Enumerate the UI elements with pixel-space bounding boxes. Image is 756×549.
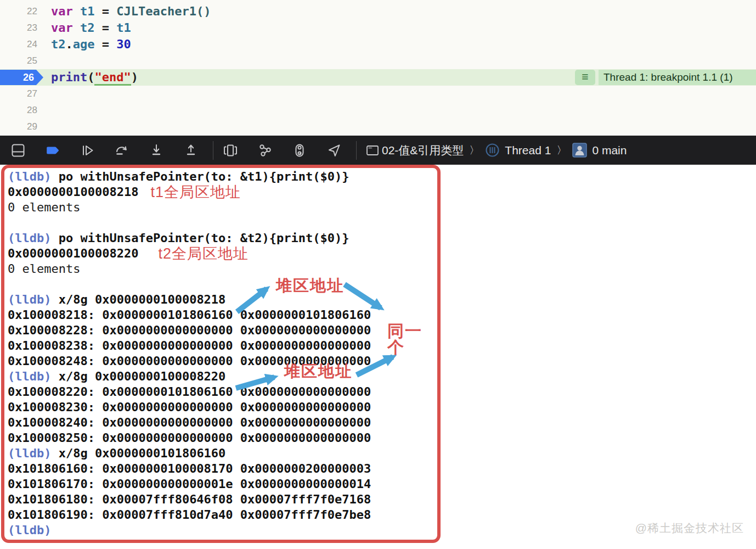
console-line: (lldb) x/8g 0x0000000100008218 [8, 292, 437, 307]
line-number[interactable]: 24 [0, 36, 37, 53]
annotation-heap-address-2: 堆区地址 [284, 363, 352, 379]
simulate-location-icon[interactable] [326, 142, 342, 159]
console-line: 0x100008250: 0x0000000000000000 0x000000… [8, 430, 437, 446]
console-line: (lldb) po withUnsafePointer(to: &t2){pri… [8, 231, 437, 246]
line-number[interactable]: 27 [0, 86, 37, 102]
environment-overrides-icon[interactable] [291, 142, 308, 159]
console-line: 0x100008220: 0x0000000101806160 0x000000… [8, 384, 437, 400]
breakpoint-actions-menu[interactable]: ≡ [575, 70, 595, 85]
xcode-debug-view: 22var t1 = CJLTeacher1()23var t2 = t124t… [0, 0, 756, 549]
code-text: print("end") [51, 70, 138, 84]
editor-line: 22var t1 = CJLTeacher1() [0, 3, 756, 20]
app-window-icon[interactable] [365, 142, 380, 159]
code-text: t2.age = 30 [51, 37, 131, 51]
hide-debug-area-icon[interactable] [10, 142, 26, 159]
annotation-heap-address-1: 堆区地址 [276, 278, 344, 294]
view-hierarchy-icon[interactable] [222, 142, 239, 159]
step-out-icon[interactable] [183, 142, 199, 159]
console-line: (lldb) [8, 523, 437, 538]
line-number[interactable]: 22 [0, 3, 37, 20]
console-line: 0x0000000100008218t1全局区地址 [8, 184, 437, 200]
editor-line: 27 [0, 86, 756, 102]
console-line: (lldb) x/8g 0x0000000100008220 [8, 369, 437, 384]
continue-icon[interactable] [79, 142, 95, 159]
console-line: 0x100008238: 0x0000000000000000 0x000000… [8, 338, 437, 354]
console-line: 0x101806190: 0x00007fff810d7a40 0x00007f… [8, 507, 437, 523]
line-number[interactable]: 28 [0, 102, 37, 119]
debug-console-area: (lldb) po withUnsafePointer(to: &t1){pri… [0, 165, 756, 549]
console-output: (lldb) po withUnsafePointer(to: &t1){pri… [4, 169, 437, 538]
code-text: var t2 = t1 [51, 21, 131, 35]
debug-breadcrumb: 02-值&引用类型 〉 Thread 1 〉 0 main [382, 143, 627, 158]
debug-toolbar: 02-值&引用类型 〉 Thread 1 〉 0 main [0, 136, 756, 165]
step-into-icon[interactable] [148, 142, 165, 159]
chevron-right-icon: 〉 [469, 143, 479, 158]
editor-line: 24t2.age = 30 [0, 36, 756, 53]
console-line: (lldb) x/8g 0x0000000101806160 [8, 446, 437, 461]
editor-line: 23var t2 = t1 [0, 20, 756, 36]
breakpoints-toggle-icon[interactable] [44, 142, 61, 159]
editor-line: 25 [0, 53, 756, 69]
console-line: 0x100008230: 0x0000000000000000 0x000000… [8, 400, 437, 415]
breadcrumb-thread[interactable]: Thread 1 [505, 144, 551, 157]
editor-lines: 22var t1 = CJLTeacher1()23var t2 = t124t… [0, 3, 756, 135]
console-line: 0x100008228: 0x0000000000000000 0x000000… [8, 323, 437, 338]
toolbar-separator [356, 141, 357, 160]
memory-graph-icon[interactable] [257, 142, 273, 159]
console-line: 0x100008248: 0x0000000000000000 0x000000… [8, 354, 437, 369]
thread-icon [485, 143, 500, 158]
toolbar-separator [213, 141, 213, 160]
console-line [8, 215, 437, 231]
chevron-right-icon: 〉 [556, 143, 567, 158]
hamburger-icon: ≡ [582, 70, 588, 83]
console-line: 0x100008240: 0x0000000000000000 0x000000… [8, 415, 437, 430]
console-line: 0 elements [8, 261, 437, 277]
annotation-same-one: 同一个 [387, 323, 437, 356]
watermark: @稀土掘金技术社区 [635, 520, 744, 536]
console-line [8, 277, 437, 292]
step-over-icon[interactable] [114, 142, 130, 159]
console-line: 0x101806170: 0x000000000000001e 0x000000… [8, 477, 437, 492]
editor-line: 29 [0, 119, 756, 135]
console-line: 0 elements [8, 200, 437, 215]
code-text: var t1 = CJLTeacher1() [51, 4, 211, 18]
line-number[interactable]: 23 [0, 20, 37, 36]
stack-frame-person-icon [572, 143, 587, 158]
breakpoint-marker[interactable]: 26 [0, 70, 43, 85]
console-line: 0x0000000100008220t2全局区地址 [8, 246, 437, 261]
line-number[interactable]: 25 [0, 53, 37, 69]
console-line: 0x101806160: 0x0000000100008170 0x000000… [8, 461, 437, 477]
console-line: (lldb) po withUnsafePointer(to: &t1){pri… [8, 169, 437, 184]
lldb-console[interactable]: (lldb) po withUnsafePointer(to: &t1){pri… [1, 165, 441, 543]
breakpoint-status-badge[interactable]: Thread 1: breakpoint 1.1 (1) [599, 70, 756, 85]
editor-line: 28 [0, 102, 756, 119]
source-editor[interactable]: 22var t1 = CJLTeacher1()23var t2 = t124t… [0, 0, 756, 136]
breadcrumb-target[interactable]: 02-值&引用类型 [382, 143, 464, 158]
breadcrumb-frame[interactable]: 0 main [592, 144, 627, 157]
console-line: 0x100008218: 0x0000000101806160 0x000000… [8, 307, 437, 323]
line-number[interactable]: 29 [0, 119, 37, 135]
console-line: 0x101806180: 0x00007fff80646f08 0x00007f… [8, 492, 437, 507]
